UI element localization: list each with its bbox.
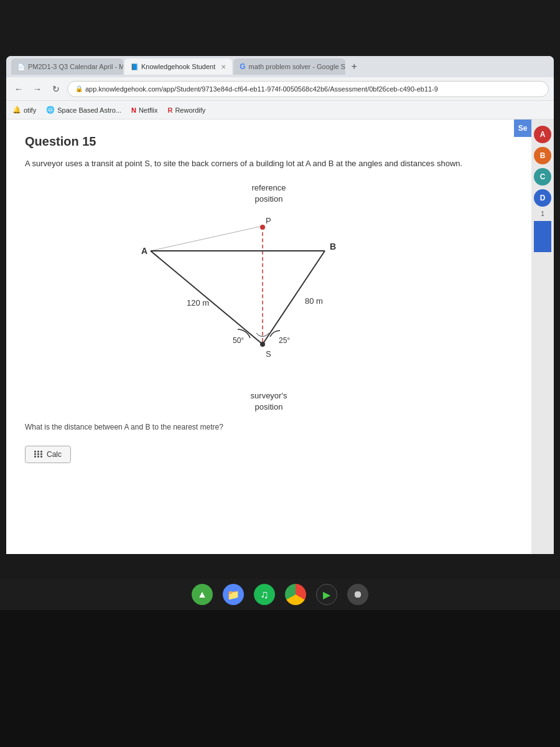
angle-50-label: 50° [233,336,244,345]
calc-button-label: Calc [47,450,62,459]
address-input[interactable]: 🔒 app.knowledgehook.com/app/Student/9713… [67,81,549,97]
chrome-icon[interactable] [285,584,306,605]
sub-question: What is the distance between A and B to … [25,423,513,431]
spotify-icon[interactable]: ♫ [254,584,275,605]
bookmark-rewordify-label: Rewordify [175,106,205,114]
rewordify-icon: R [167,106,172,114]
tab-knowledgehook-label: Knowledgehook Student [141,63,215,70]
surveyor-label: surveyor's position [251,390,287,413]
photo-frame: 📄 PM2D1-3 Q3 Calendar April - M ✕ 📘 Know… [0,0,560,747]
answer-number-1: 1 [541,210,544,217]
files-icon[interactable]: 📁 [223,584,244,605]
tab-math-icon: G [240,62,245,71]
bookmarks-bar: 🔔 otify 🌐 Space Based Astro... N Netflix… [6,101,554,120]
calc-button[interactable]: Calc [25,446,71,463]
answer-btn-a[interactable]: A [534,126,551,143]
geometry-diagram: A B P 120 m 80 m 50° [113,207,424,388]
bookmark-space-label: Space Based Astro... [57,106,121,114]
space-icon: 🌐 [46,106,55,114]
bookmark-notify[interactable]: 🔔 otify [12,106,36,114]
tab-math-label: math problem solver - Google Se [249,63,346,70]
answer-btn-d[interactable]: D [534,189,551,207]
point-b-label: B [330,242,336,251]
question-title: Question 15 [25,134,513,149]
taskbar: ▲ 📁 ♫ ▶ ⏺ [0,579,560,610]
point-s-label: S [266,349,271,359]
answer-btn-c[interactable]: C [534,168,551,186]
play-icon[interactable]: ▶ [316,584,337,605]
tab-knowledgehook-icon: 📘 [131,63,138,70]
bookmark-space[interactable]: 🌐 Space Based Astro... [46,106,121,114]
svg-line-4 [151,226,263,251]
question-text: A surveyor uses a transit at point S, to… [25,157,513,170]
dist-bs-label: 80 m [305,296,323,306]
answer-blank [534,221,551,252]
video-icon[interactable]: ⏺ [347,584,368,605]
reference-label: reference position [252,182,286,205]
answer-btn-b[interactable]: B [534,147,551,164]
bottom-area [0,610,560,747]
svg-line-1 [151,251,263,344]
diagram-container: reference position [25,182,513,413]
svg-point-5 [260,225,265,230]
address-text: app.knowledgehook.com/app/Student/9713e8… [85,85,438,93]
calc-grid-icon [34,451,43,458]
bookmark-netflix-label: Netflix [139,106,158,114]
content-area: Se Question 15 A surveyor uses a transit… [6,120,554,554]
point-a-label: A [141,246,147,256]
tab-knowledgehook[interactable]: 📘 Knowledgehook Student ✕ [124,59,232,75]
svg-point-6 [260,342,265,347]
lock-icon: 🔒 [75,85,83,92]
refresh-button[interactable]: ↻ [49,82,63,96]
se-badge: Se [514,120,531,137]
question-panel: Se Question 15 A surveyor uses a transit… [6,120,531,554]
google-drive-icon[interactable]: ▲ [192,584,213,605]
bookmark-netflix[interactable]: N Netflix [131,106,158,114]
bookmark-rewordify[interactable]: R Rewordify [167,106,205,114]
browser-window: 📄 PM2D1-3 Q3 Calendar April - M ✕ 📘 Know… [6,56,554,554]
dist-as-label: 120 m [187,298,209,308]
tab-calendar-label: PM2D1-3 Q3 Calendar April - M [28,63,123,70]
back-button[interactable]: ← [11,82,26,96]
forward-button[interactable]: → [30,82,45,96]
tab-calendar-icon: 📄 [17,63,25,70]
point-p-label: P [266,216,271,225]
new-tab-button[interactable]: + [347,59,362,74]
tab-calendar[interactable]: 📄 PM2D1-3 Q3 Calendar April - M ✕ [11,59,123,75]
answer-panel: A B C D 1 [531,120,554,554]
tab-bar: 📄 PM2D1-3 Q3 Calendar April - M ✕ 📘 Know… [6,56,554,77]
netflix-icon: N [131,106,136,114]
address-bar-row: ← → ↻ 🔒 app.knowledgehook.com/app/Studen… [6,77,554,101]
bookmark-notify-label: otify [24,106,36,114]
notify-icon: 🔔 [12,106,21,114]
tab-knowledgehook-close[interactable]: ✕ [221,63,226,70]
angle-25-label: 25° [279,336,290,345]
tab-math[interactable]: G math problem solver - Google Se ✕ [233,59,345,75]
